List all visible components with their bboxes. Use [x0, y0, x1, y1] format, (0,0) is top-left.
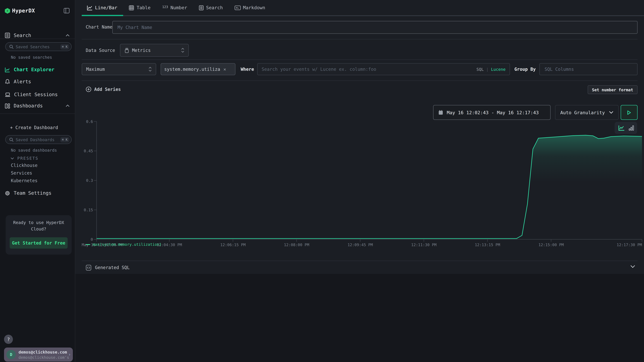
metric-chip-value: system.memory.utiliza: [164, 67, 220, 72]
svg-text:0.45: 0.45: [84, 149, 93, 153]
svg-text:12:09:45 PM: 12:09:45 PM: [348, 243, 373, 247]
sidebar: ⚡ HyperDX Search ⌘ K No saved searches C…: [0, 0, 75, 362]
where-input[interactable]: [262, 67, 476, 72]
svg-text:0: 0: [91, 237, 93, 242]
svg-text:12:13:15 PM: 12:13:15 PM: [475, 243, 500, 247]
svg-text:12:15:00 PM: 12:15:00 PM: [538, 243, 564, 247]
query-language-toggle: SQL | Lucene: [476, 67, 506, 71]
add-series-button[interactable]: Add Series: [86, 85, 121, 93]
group-by-input[interactable]: [539, 63, 638, 75]
legend-series-label: max(system.memory.utilization): [92, 242, 162, 247]
tab-number-label: Number: [170, 5, 187, 10]
divider: [82, 59, 638, 60]
chart-legend[interactable]: max(system.memory.utilization): [86, 242, 162, 247]
presets-header[interactable]: PRESETS: [10, 156, 38, 160]
team-settings-label: Team Settings: [14, 190, 52, 196]
tab-markdown-label: Markdown: [243, 5, 265, 10]
chevron-down-icon: [10, 157, 14, 160]
chevron-down-icon: [609, 111, 614, 114]
sql-toggle[interactable]: SQL: [476, 67, 484, 71]
laptop-icon: [5, 92, 10, 97]
granularity-value: Auto Granularity: [560, 110, 605, 115]
divider: [82, 80, 638, 81]
data-source-select[interactable]: Metrics: [120, 44, 189, 57]
tab-search[interactable]: Search: [199, 5, 223, 10]
calendar-icon: [438, 110, 443, 115]
tab-number[interactable]: 123 Number: [162, 5, 187, 10]
play-icon: [627, 110, 631, 115]
svg-text:0.6: 0.6: [86, 119, 93, 124]
legend-swatch: [86, 244, 90, 245]
create-dashboard-label: + Create Dashboard: [10, 125, 58, 130]
svg-text:12:06:15 PM: 12:06:15 PM: [220, 243, 246, 247]
sidebar-item-alerts[interactable]: Alerts: [0, 77, 75, 86]
chevron-up-icon: [66, 105, 70, 107]
tab-markdown[interactable]: M↓ Markdown: [234, 5, 265, 10]
line-chart-toggle-icon[interactable]: [618, 125, 624, 131]
markdown-icon: M↓: [234, 5, 240, 10]
user-email: demos@clickhouse.com: [18, 350, 67, 354]
tab-table[interactable]: Table: [129, 5, 150, 10]
table-icon: [129, 5, 134, 10]
bar-chart-toggle-icon[interactable]: [628, 125, 634, 131]
sidebar-item-team-settings[interactable]: Team Settings: [0, 188, 75, 198]
svg-text:12:17:30 PM: 12:17:30 PM: [617, 243, 642, 247]
svg-text:0.3: 0.3: [86, 178, 93, 183]
preset-kubernetes[interactable]: Kubernetes: [11, 178, 38, 183]
metric-chip[interactable]: system.memory.utiliza ✕: [160, 63, 236, 75]
chevron-down-icon[interactable]: [630, 265, 635, 268]
chart-line-icon: [5, 67, 10, 72]
svg-text:0.15: 0.15: [84, 208, 93, 212]
user-menu[interactable]: D demos@clickhouse.com demos@clickhouse.…: [4, 348, 73, 362]
saved-searches-field[interactable]: [16, 44, 58, 49]
line-chart-icon: [87, 5, 92, 10]
generated-sql-label: Generated SQL: [95, 265, 130, 270]
chart-name-input[interactable]: [112, 21, 638, 34]
get-started-button[interactable]: Get Started for Free: [10, 237, 68, 249]
remove-metric-icon[interactable]: ✕: [224, 67, 226, 72]
preset-services[interactable]: Services: [11, 171, 32, 176]
number-123-icon: 123: [162, 5, 168, 9]
tab-line-bar[interactable]: Line/Bar: [87, 5, 117, 10]
hyperdx-logo-icon: ⚡: [5, 8, 10, 14]
cloud-promo-line2: Cloud?: [6, 226, 72, 231]
chart-name-label: Chart Name: [86, 24, 112, 30]
sidebar-item-client-sessions[interactable]: Client Sessions: [0, 90, 75, 99]
help-button[interactable]: ?: [4, 335, 13, 344]
preset-clickhouse[interactable]: Clickhouse: [11, 163, 38, 168]
saved-dashboards-input[interactable]: ⌘ K: [5, 135, 72, 144]
chart-type-toggle: [614, 122, 637, 134]
sidebar-collapse-icon[interactable]: [64, 8, 70, 14]
dashboard-layout-icon: [5, 103, 10, 108]
select-updown-icon: [148, 67, 152, 72]
chevron-right-icon: ›: [68, 352, 71, 357]
app-window: ⚡ HyperDX Search ⌘ K No saved searches C…: [0, 0, 644, 362]
document-icon: [199, 5, 204, 10]
plus-circle-icon: [86, 86, 91, 92]
presets-label: PRESETS: [17, 156, 38, 160]
client-sessions-label: Client Sessions: [14, 92, 58, 97]
set-number-format-button[interactable]: Set number format: [588, 85, 638, 94]
divider: [82, 39, 638, 39]
group-by-label: Group By: [514, 67, 536, 72]
lucene-toggle[interactable]: Lucene: [491, 67, 506, 71]
dashboards-label: Dashboards: [14, 103, 43, 109]
generated-sql-toggle[interactable]: Generated SQL: [86, 263, 130, 272]
sidebar-item-dashboards[interactable]: Dashboards: [0, 101, 75, 111]
search-icon: [9, 44, 14, 49]
shortcut-badge: ⌘ K: [60, 137, 69, 142]
sidebar-item-chart-explorer[interactable]: Chart Explorer: [0, 65, 75, 74]
page-background-below-panel: [75, 274, 644, 362]
avatar: D: [6, 350, 16, 359]
no-saved-dashboards-note: No saved dashboards: [11, 148, 57, 152]
aggregation-select[interactable]: Maximum: [82, 63, 156, 75]
chart-svg[interactable]: 00.150.30.450.6May 16 12:02:30 PM12:04:3…: [82, 117, 642, 247]
tab-line-bar-label: Line/Bar: [95, 5, 117, 10]
user-team: demos@clickhouse.com's: [18, 355, 69, 360]
logs-icon: [5, 32, 10, 38]
divider: [82, 261, 638, 261]
toggle-divider: |: [486, 67, 489, 71]
saved-dashboards-field[interactable]: [16, 137, 58, 142]
saved-searches-input[interactable]: ⌘ K: [5, 42, 72, 51]
create-dashboard-button[interactable]: + Create Dashboard: [0, 123, 75, 132]
